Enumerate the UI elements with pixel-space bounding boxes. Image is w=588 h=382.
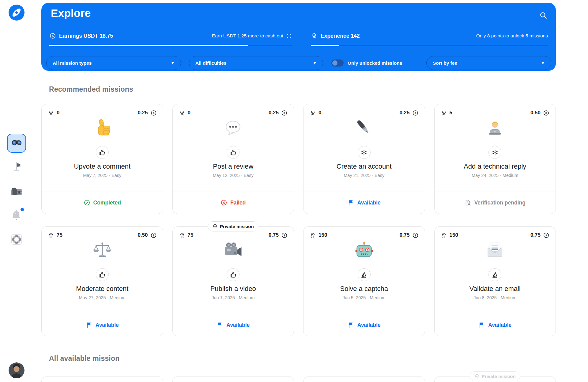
experience-label: Experience 142 [321,33,360,39]
mission-status-failed[interactable]: Failed [173,192,294,214]
mission-badge-row: 1500.75$ [441,231,550,239]
recommended-missions-heading: Recommended missions [49,85,133,94]
mission-card[interactable]: 00.25$Upvote a commentMay 7, 2025 · Easy… [41,104,163,214]
mission-title: Upvote a comment [74,162,130,170]
sidebar-item-goals[interactable] [7,158,26,177]
mission-points-value: 5 [450,110,452,116]
movie-camera-emoji [223,240,243,261]
mission-points: 75 [179,232,194,239]
app-logo[interactable] [8,4,25,21]
mission-types-dropdown[interactable]: All mission types ▼ [46,56,181,70]
sidebar-item-explore[interactable] [7,134,26,153]
mission-status-label: Failed [230,200,246,206]
mission-meta: Jun 8, 2025 · Medium [473,295,516,300]
all-available-grid: 00.75$01.00$1501.00$Private mission1501.… [41,376,556,382]
mission-card[interactable]: 00.75$ [41,376,163,382]
medal-icon [311,32,318,39]
mission-points-value: 0 [57,110,59,116]
toggle-knob [332,60,337,66]
x-circle-icon [221,199,227,206]
mission-badge-row: 00.25$ [310,109,419,117]
mission-points-value: 75 [188,232,194,238]
mission-title: Publish a video [210,285,256,293]
mission-status-pending[interactable]: Verification pending [435,192,556,214]
earnings-stat: $ Earnings USDT 18.75 Earn USDT 1.25 mor… [49,32,292,46]
mission-points: 0 [310,110,321,116]
earnings-hint: Earn USDT 1.25 more to cash out [212,33,283,39]
mission-points-value: 0 [318,110,321,116]
mission-card-body: 1501.00$ [303,376,425,382]
mission-category-icon [488,146,501,159]
mission-card[interactable]: 00.25$Post a reviewMay 12, 2025 · EasyFa… [172,104,294,214]
mission-card[interactable]: 01.00$ [172,376,294,382]
mission-card[interactable]: 750.50$Moderate contentMay 27, 2025 · Me… [41,226,163,336]
mission-card[interactable]: Private mission750.75$Publish a videoJun… [172,226,294,336]
mission-status-available[interactable]: Available [435,314,556,336]
sort-value: Sort by fee [433,60,457,66]
mission-badge-row: 00.25$ [48,109,157,117]
mission-card[interactable]: 1500.75$Validate an emailJun 8, 2025 · M… [434,226,556,336]
mission-card-body: 00.25$Post a reviewMay 12, 2025 · Easy [173,104,294,192]
mission-status-available[interactable]: Available [303,192,425,214]
difficulties-value: All difficulties [195,60,227,66]
user-avatar[interactable] [9,362,24,378]
mission-title: Solve a captcha [340,285,388,293]
mission-points-value: 0 [188,110,190,116]
mission-fee-value: 0.25 [269,110,279,116]
sidebar-item-rewards[interactable] [7,182,26,201]
mission-card[interactable]: Private mission1501.00$ [434,376,556,382]
difficulties-dropdown[interactable]: All difficulties ▼ [189,56,323,70]
mission-fee-value: 0.25 [138,110,148,116]
mission-status-available[interactable]: Available [303,314,425,336]
only-unlocked-label: Only unlocked missions [348,60,402,66]
check-circle-icon [84,199,90,206]
mission-card-body: 01.00$ [173,376,294,382]
page-title: Explore [51,7,91,19]
dollar-coin-icon: $ [281,232,288,239]
mission-points: 5 [441,110,452,116]
mission-status-label: Verification pending [474,200,526,206]
mission-types-value: All mission types [53,60,92,66]
flag-icon [10,160,23,174]
medal-icon [48,110,54,116]
medal-icon [179,110,185,116]
mission-points-value: 150 [450,232,458,238]
medal-icon [441,110,447,116]
mission-status-available[interactable]: Available [42,314,163,336]
envelope-emoji [485,240,505,261]
mission-meta: May 27, 2025 · Medium [79,295,126,300]
only-unlocked-toggle[interactable] [331,59,344,67]
pen-emoji [354,118,374,138]
experience-progress-fill [311,45,339,46]
mission-card-body: 1500.75$Validate an emailJun 8, 2025 · M… [435,227,556,314]
dollar-coin-icon: $ [281,110,288,116]
private-mission-label: Private mission [482,374,516,379]
svg-text:$: $ [414,111,416,115]
mission-fee: 0.75$ [530,232,549,239]
mission-card[interactable]: 1500.75$Solve a captchaJun 5, 2025 · Med… [303,226,425,336]
flag-status-icon [217,322,223,328]
mission-fee: 0.50$ [138,232,156,239]
mission-status-completed[interactable]: Completed [42,192,163,214]
mission-badge-row: 750.50$ [48,231,157,239]
mission-card[interactable]: 00.25$Create an accountMay 21, 2025 · Ea… [303,104,425,214]
flag-status-icon [348,199,354,206]
svg-text:$: $ [284,111,285,115]
mission-card[interactable]: 1501.00$ [303,376,425,382]
balance-scale-emoji [92,240,112,261]
mission-fee: 0.75$ [269,232,288,239]
info-icon[interactable] [286,33,292,39]
flag-status-icon [348,322,354,328]
mission-meta: May 12, 2025 · Easy [213,173,254,178]
mission-status-label: Available [357,322,381,328]
sidebar-item-notifications[interactable] [7,206,26,225]
search-button[interactable] [539,11,547,19]
sort-dropdown[interactable]: Sort by fee ▼ [426,56,551,70]
sidebar-item-help[interactable] [7,231,26,250]
mission-status-available[interactable]: Available [173,314,294,336]
chevron-down-icon: ▼ [541,61,545,65]
speech-balloon-emoji [223,118,243,138]
mission-points-value: 75 [57,232,62,238]
mission-card[interactable]: 50.50$Add a technical replyMay 24, 2025 … [434,104,556,214]
all-available-heading: All available mission [49,354,119,363]
